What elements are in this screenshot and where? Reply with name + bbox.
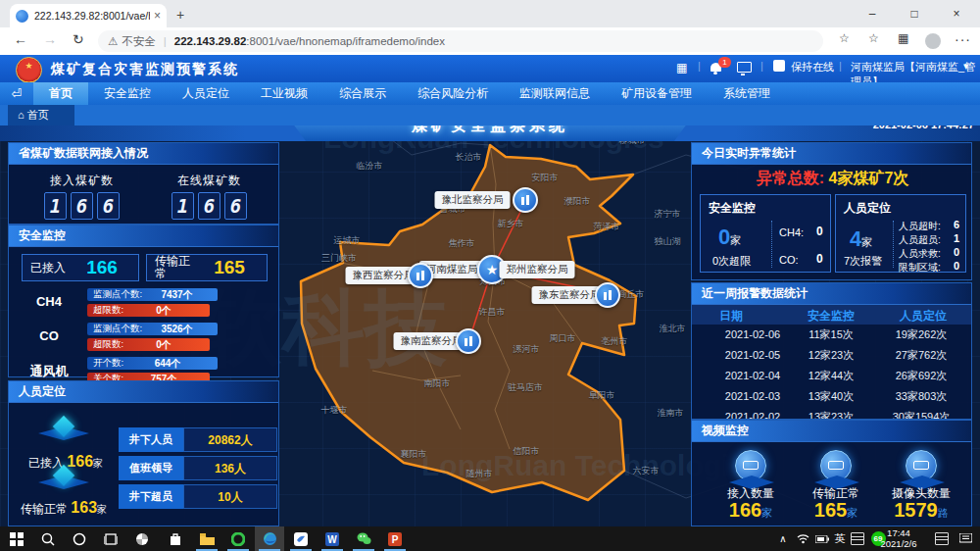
browser-tab[interactable]: 222.143.29.82:8001/vae/hnonem ×: [10, 4, 167, 27]
city-label: 襄阳市: [401, 448, 427, 461]
breadcrumb-label: 首页: [27, 109, 49, 121]
pb-label: 限制区域:: [899, 261, 941, 275]
favorites-star-icon[interactable]: ☆: [839, 31, 850, 45]
collections-icon[interactable]: ☆: [868, 31, 879, 45]
city-label: 淮南市: [658, 407, 684, 420]
browser-back-button[interactable]: ←: [14, 31, 27, 47]
insecure-label: 不安全: [122, 34, 156, 49]
city-label: 阜阳市: [589, 389, 615, 402]
ime-keyboard-icon[interactable]: [849, 526, 866, 551]
marker-branch-icon[interactable]: [408, 263, 433, 288]
bar-value: 0个: [123, 338, 204, 352]
tray-show-hidden-icon[interactable]: ∧: [774, 526, 792, 551]
person-count: 4家: [850, 226, 872, 252]
digit-display: 166: [44, 192, 123, 220]
main-nav: ⏎ 首页 安全监控 人员定位 工业视频 综合展示 综合风险分析 监测联网信息 矿…: [0, 82, 980, 105]
notifications-bell-icon[interactable]: 1: [710, 62, 721, 74]
window-close-button[interactable]: ×: [937, 0, 976, 27]
breadcrumb-home-tab[interactable]: ⌂ 首页: [8, 105, 74, 125]
pb-label: 人员求救:: [899, 247, 941, 261]
nav-back-icon[interactable]: ⏎: [0, 86, 33, 101]
window-maximize-button[interactable]: □: [895, 0, 934, 27]
pinwheel-app-icon[interactable]: [127, 526, 157, 551]
panel-title: 今日实时异常统计: [692, 143, 971, 165]
nav-item-network[interactable]: 监测联网信息: [504, 82, 606, 105]
store-icon[interactable]: [161, 526, 190, 551]
svg-text:W: W: [327, 534, 337, 545]
nav-item-video[interactable]: 工业视频: [245, 82, 323, 105]
marker-branch-icon[interactable]: [456, 328, 481, 354]
normal-statbox: 传输正常 165: [146, 254, 268, 281]
edge-browser-icon[interactable]: [255, 526, 284, 551]
monitor-icon[interactable]: [737, 62, 752, 75]
bar-overlimit: 超限数:0个: [87, 338, 210, 351]
nav-item-display[interactable]: 综合展示: [323, 82, 402, 105]
browser-menu-icon[interactable]: ···: [955, 31, 971, 47]
ch4-value: 0: [816, 225, 823, 238]
search-icon[interactable]: [33, 526, 63, 551]
word-icon[interactable]: W: [318, 526, 347, 551]
stat-value: 165: [192, 257, 267, 278]
green-browser-icon[interactable]: [223, 526, 253, 551]
cortana-icon[interactable]: [65, 526, 94, 551]
checkbox-glyph: [773, 60, 785, 72]
new-tab-button[interactable]: +: [176, 7, 184, 23]
url-field[interactable]: ⚠ 不安全 | 222.143.29.82:8001/vae/hnonemap/…: [98, 30, 823, 52]
insecure-warning-icon: ⚠: [108, 34, 118, 48]
file-explorer-icon[interactable]: [192, 526, 221, 551]
taskbar-clock[interactable]: 17:44 2021/2/6: [868, 528, 929, 549]
header-divider2: |: [760, 60, 763, 72]
browser-forward-button[interactable]: →: [43, 31, 57, 47]
tab-groups-icon[interactable]: ▦: [898, 31, 908, 45]
keep-online-checkbox[interactable]: [773, 60, 785, 72]
col-header-person: 人员定位: [900, 308, 947, 325]
wk-date: 2021-02-02: [725, 411, 780, 420]
bar-label: 超限数:: [93, 338, 123, 351]
panel-safety-monitoring: 安全监控 已接入 166 传输正常 165 CH4 监测点个数:7437个 超限…: [8, 225, 279, 377]
panel-person-location: 人员定位 已接入 166家 传输正常 163家 井下人员 20862人 值班领导…: [8, 380, 279, 526]
marker-label-zhengzhou[interactable]: 郑州监察分局: [500, 261, 575, 278]
battery-icon[interactable]: [813, 526, 831, 551]
tab-close-icon[interactable]: ×: [154, 9, 161, 23]
wifi-icon[interactable]: [794, 526, 811, 551]
profile-avatar[interactable]: [925, 33, 941, 49]
nav-item-safety[interactable]: 安全监控: [88, 82, 167, 105]
table-row-value: 10人: [183, 484, 277, 509]
task-view-icon[interactable]: [96, 526, 125, 551]
city-label: 许昌市: [479, 306, 506, 319]
url-divider: |: [164, 35, 167, 47]
thunder-app-icon[interactable]: [286, 526, 316, 551]
action-center-icon[interactable]: [956, 526, 974, 551]
tray-app-icon[interactable]: [933, 526, 951, 551]
bar-label: 开个数:: [93, 357, 123, 370]
powerpoint-icon[interactable]: P: [380, 526, 410, 551]
marker-branch-icon[interactable]: [513, 187, 538, 213]
browser-address-bar: ← → ↻ ⚠ 不安全 | 222.143.29.82:8001/vae/hno…: [0, 27, 980, 56]
window-minimize-button[interactable]: –: [853, 0, 892, 27]
stat-label: 已接入: [23, 262, 66, 275]
today-safety-box: 安全监控 0家 0次超限 CH4: 0 CO: 0: [700, 194, 831, 273]
nav-item-person[interactable]: 人员定位: [167, 82, 245, 105]
marker-label-north[interactable]: 豫北监察分局: [435, 191, 511, 209]
wechat-icon[interactable]: [349, 526, 378, 551]
city-label: 菏泽市: [594, 221, 620, 233]
unit: 家: [97, 504, 107, 515]
nav-item-risk[interactable]: 综合风险分析: [402, 82, 504, 105]
tab-title: 222.143.29.82:8001/vae/hnonem: [34, 10, 150, 22]
app-title: 煤矿复合灾害监测预警系统: [51, 61, 239, 78]
nav-item-system[interactable]: 系统管理: [708, 82, 786, 105]
group-label: 接入煤矿数: [50, 173, 114, 189]
nav-item-equipment[interactable]: 矿用设备管理: [606, 82, 708, 105]
city-label: 安阳市: [532, 172, 559, 184]
ime-language-indicator[interactable]: 英: [831, 526, 849, 551]
screen: 222.143.29.82:8001/vae/hnonem × + – □ × …: [0, 0, 980, 551]
city-label: 十堰市: [321, 404, 348, 417]
nav-item-home[interactable]: 首页: [33, 82, 88, 105]
start-button[interactable]: [2, 526, 31, 551]
marker-branch-icon[interactable]: [595, 282, 620, 308]
browser-reload-button[interactable]: ↻: [73, 31, 84, 47]
wk-date: 2021-02-06: [725, 328, 780, 340]
apps-grid-icon[interactable]: ▦: [676, 61, 687, 75]
city-label: 新乡市: [498, 218, 524, 230]
user-chevron-down-icon[interactable]: ▾: [963, 60, 969, 73]
